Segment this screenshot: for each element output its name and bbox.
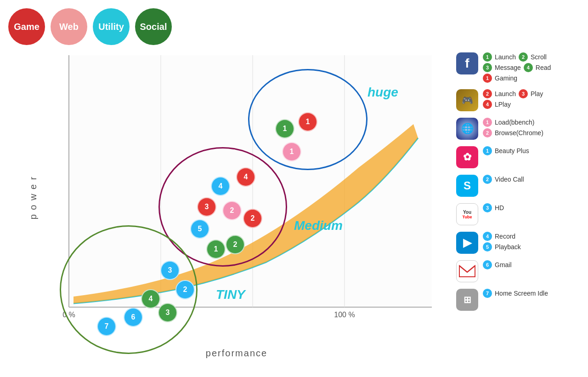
web-row2: 2 Browse(Chrome) xyxy=(483,128,543,137)
badge-game-3: 3 xyxy=(519,89,528,98)
pill-utility-label: Utility xyxy=(98,22,124,32)
app-group-record: ▶ 4 Record 5 Playback xyxy=(452,230,588,256)
app-group-gmail: 6 Gmail xyxy=(452,258,588,284)
fb-row1: 1 Launch 2 Scroll xyxy=(483,52,551,62)
record-row1: 4 Record xyxy=(483,232,521,241)
app-group-web: 🌐 1 Load(bbench) 2 Browse(Chrome) xyxy=(452,116,588,142)
pill-social[interactable]: Social xyxy=(135,8,172,45)
badge-web-2: 2 xyxy=(483,128,492,137)
dp-fb-launch: 1 xyxy=(275,119,294,138)
zone-label-huge: huge xyxy=(368,85,398,100)
label-game-play: Play xyxy=(531,90,543,97)
app-group-skype: S 2 Video Call xyxy=(452,173,588,199)
web-row1: 1 Load(bbench) xyxy=(483,118,543,127)
badge-fb-gaming: 1 xyxy=(483,74,492,83)
badge-game-2: 2 xyxy=(483,89,492,98)
app-group-home: ⊞ 7 Home Screem Idle xyxy=(452,287,588,313)
dp-g-4blue: 4 xyxy=(211,177,230,196)
label-beauty-plus: Beauty Plus xyxy=(495,147,529,154)
dp-web-load: 1 xyxy=(282,142,301,161)
right-panel: f 1 Launch 2 Scroll 3 Message 4 Read 1 G… xyxy=(452,51,588,313)
youtube-row1: 3 HD xyxy=(483,203,504,212)
home-details: 7 Home Screem Idle xyxy=(483,289,548,298)
dp-s-4green: 4 xyxy=(141,289,160,308)
skype-icon: S xyxy=(456,175,478,197)
badge-skype-2: 2 xyxy=(483,175,492,184)
pill-game-label: Game xyxy=(14,22,40,32)
record-details: 4 Record 5 Playback xyxy=(483,232,521,251)
record-icon: ▶ xyxy=(456,232,478,254)
label-game-lplay: LPlay xyxy=(495,101,511,108)
badge-fb-3: 3 xyxy=(483,63,492,72)
label-fb-gaming: Gaming xyxy=(495,74,517,82)
record-row2: 5 Playback xyxy=(483,242,521,251)
beauty-icon: ✿ xyxy=(456,146,478,168)
game-details: 2 Launch 3 Play 4 LPlay xyxy=(483,89,543,109)
dp-g-2green: 2 xyxy=(226,235,245,254)
fb-row2: 3 Message 4 Read xyxy=(483,63,551,72)
label-fb-message: Message xyxy=(495,64,521,71)
facebook-icon: f xyxy=(456,52,478,74)
badge-yt-3: 3 xyxy=(483,203,492,212)
dp-s-7blue: 7 xyxy=(97,317,116,336)
chart-area: p o w e r performance 0 % 100 % huge Med… xyxy=(37,55,436,340)
pill-utility[interactable]: Utility xyxy=(93,8,130,45)
badge-fb-2: 2 xyxy=(519,52,528,62)
app-group-facebook: f 1 Launch 2 Scroll 3 Message 4 Read 1 G… xyxy=(452,51,588,85)
dp-g-2red: 2 xyxy=(243,209,262,228)
label-gmail: Gmail xyxy=(495,261,512,268)
label-yt-hd: HD xyxy=(495,204,504,211)
app-group-youtube: You Tube 3 HD xyxy=(452,201,588,227)
label-web-load: Load(bbench) xyxy=(495,119,534,126)
dp-g-2pink: 2 xyxy=(222,201,242,220)
dp-fb-gaming: 1 xyxy=(298,112,317,131)
x-axis-label: performance xyxy=(206,348,267,359)
dp-g-5blue: 5 xyxy=(190,219,209,239)
skype-row1: 2 Video Call xyxy=(483,175,524,184)
label-playback: Playback xyxy=(495,243,521,251)
gmail-row1: 6 Gmail xyxy=(483,260,512,269)
skype-details: 2 Video Call xyxy=(483,175,524,184)
svg-text:100 %: 100 % xyxy=(334,311,355,319)
app-group-beauty: ✿ 1 Beauty Plus xyxy=(452,144,588,170)
gmail-icon xyxy=(456,260,478,282)
web-icon: 🌐 xyxy=(456,118,478,140)
zone-label-tiny: TINY xyxy=(216,287,245,302)
label-fb-launch: Launch xyxy=(495,53,516,61)
beauty-details: 1 Beauty Plus xyxy=(483,146,529,155)
label-fb-scroll: Scroll xyxy=(531,53,547,61)
home-icon: ⊞ xyxy=(456,289,478,311)
youtube-details: 3 HD xyxy=(483,203,504,212)
gmail-details: 6 Gmail xyxy=(483,260,512,269)
badge-record-4: 4 xyxy=(483,232,492,241)
dp-g-1green: 1 xyxy=(206,240,226,259)
badge-beauty-1: 1 xyxy=(483,146,492,155)
pill-social-label: Social xyxy=(140,22,167,32)
facebook-details: 1 Launch 2 Scroll 3 Message 4 Read 1 Gam… xyxy=(483,52,551,83)
game-icon: 🎮 xyxy=(456,89,478,111)
dp-g-3red: 3 xyxy=(197,197,216,217)
badge-game-4: 4 xyxy=(483,100,492,109)
fb-row3: 1 Gaming xyxy=(483,74,551,83)
badge-gmail-6: 6 xyxy=(483,260,492,269)
badge-web-1: 1 xyxy=(483,118,492,127)
dp-s-3blue: 3 xyxy=(160,261,180,280)
label-web-browse: Browse(Chrome) xyxy=(495,129,543,137)
dp-s-6blue: 6 xyxy=(124,308,143,327)
game-row1: 2 Launch 3 Play xyxy=(483,89,543,98)
dp-s-3green: 3 xyxy=(158,303,177,322)
zone-label-medium: Medium xyxy=(294,218,343,233)
badge-home-7: 7 xyxy=(483,289,492,298)
label-fb-read: Read xyxy=(536,64,551,71)
pill-web[interactable]: Web xyxy=(51,8,87,45)
youtube-icon: You Tube xyxy=(456,203,478,225)
dp-s-2blue: 2 xyxy=(175,280,195,299)
pill-web-label: Web xyxy=(59,22,79,32)
pill-game[interactable]: Game xyxy=(8,8,45,45)
dp-g-4red: 4 xyxy=(236,167,255,187)
web-details: 1 Load(bbench) 2 Browse(Chrome) xyxy=(483,118,543,137)
beauty-row1: 1 Beauty Plus xyxy=(483,146,529,155)
badge-record-5: 5 xyxy=(483,242,492,251)
category-pills: Game Web Utility Social xyxy=(8,8,172,45)
label-game-launch: Launch xyxy=(495,90,516,97)
